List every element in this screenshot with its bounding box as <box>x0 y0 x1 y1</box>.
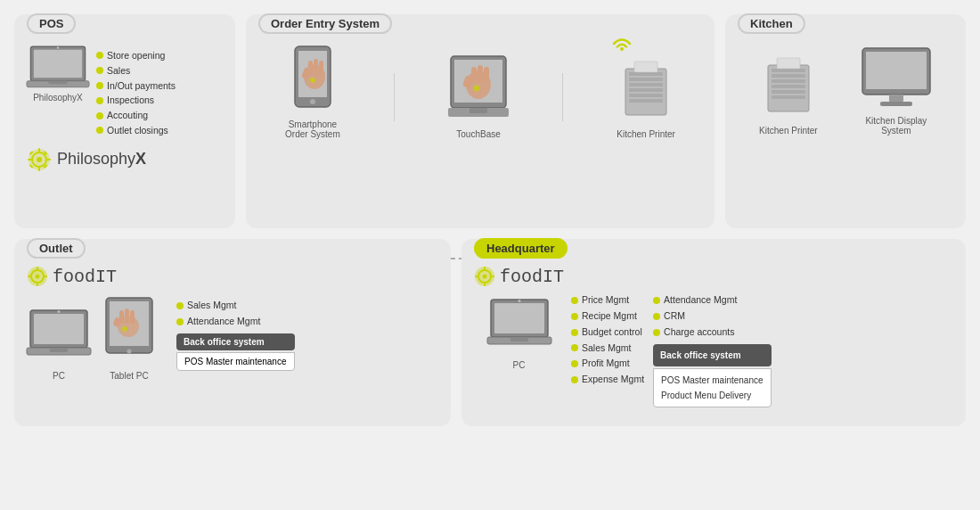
dot-icon <box>96 97 103 104</box>
svg-point-4 <box>57 46 60 49</box>
hq-recipe-mgmt: Recipe Mgmt <box>571 308 644 325</box>
svg-rect-62 <box>44 276 47 277</box>
svg-rect-80 <box>484 267 486 270</box>
svg-rect-40 <box>629 88 663 92</box>
touchbase-label: TouchBase <box>456 129 500 139</box>
svg-rect-82 <box>475 276 478 277</box>
philosophyx-icon <box>27 147 52 172</box>
svg-rect-48 <box>772 85 805 88</box>
feature-accouting: Accouting <box>96 108 176 123</box>
outlet-left: foodIT PC <box>27 266 155 381</box>
oes-devices: Smartphone Order System <box>258 46 702 148</box>
svg-rect-45 <box>772 69 805 72</box>
oes-kitchen-printer: Kitchen Printer <box>617 69 675 139</box>
svg-rect-38 <box>629 78 663 81</box>
outlet-attendance-mgmt: Attendance Mgmt <box>176 314 295 330</box>
svg-rect-37 <box>629 72 663 76</box>
svg-point-25 <box>310 78 315 83</box>
outlet-label: Outlet <box>27 238 86 259</box>
outlet-right: Sales Mgmt Attendance Mgmt Back office s… <box>176 298 295 371</box>
hq-charge-accounts: Charge accounts <box>653 325 772 341</box>
feature-store-opening: Store opening <box>96 48 176 63</box>
hq-logo: foodIT <box>474 266 564 287</box>
hq-features: Price Mgmt Recipe Mgmt Budget control Sa… <box>571 292 772 407</box>
pos-device-label: PhilosophyX <box>33 93 83 103</box>
hq-label: Headquarter <box>474 238 568 259</box>
kitchen-printer-1: Kitchen Printer <box>759 65 818 136</box>
svg-rect-11 <box>46 159 51 160</box>
divider-line <box>394 73 395 121</box>
hq-attendance-mgmt: Attendance Mgmt <box>653 292 772 308</box>
svg-rect-54 <box>889 95 903 102</box>
pos-label: POS <box>27 13 76 34</box>
oes-touchbase: TouchBase <box>448 56 509 139</box>
philosophy-logo: PhilosophyX <box>27 147 223 172</box>
hq-col2: Attendance Mgmt CRM Charge accounts Back… <box>653 292 772 407</box>
dot-icon <box>96 112 103 119</box>
dot-icon <box>571 313 578 320</box>
divider-line <box>562 73 563 121</box>
svg-rect-43 <box>634 62 657 72</box>
dot-icon <box>96 52 103 59</box>
svg-rect-60 <box>37 283 38 286</box>
svg-rect-59 <box>37 267 38 270</box>
wifi-icon <box>609 30 634 54</box>
outlet-content: foodIT PC <box>27 266 438 381</box>
svg-rect-42 <box>629 99 663 103</box>
svg-point-58 <box>36 275 40 279</box>
philosophy-text: PhilosophyX <box>57 150 146 169</box>
feature-inout: In/Out payments <box>96 78 176 94</box>
svg-rect-49 <box>772 90 805 94</box>
dot-icon <box>96 82 103 89</box>
hq-foodit-icon <box>474 266 495 287</box>
outlet-tablet-label: Tablet PC <box>110 371 148 381</box>
hq-price-mgmt: Price Mgmt <box>571 292 644 308</box>
hq-content: foodIT PC Price Mgmt Recipe M <box>474 266 953 407</box>
pos-device: PhilosophyX <box>27 45 89 138</box>
svg-rect-41 <box>629 94 663 97</box>
outlet-logo: foodIT <box>27 266 155 287</box>
dot-icon <box>176 318 184 325</box>
svg-rect-10 <box>28 159 32 160</box>
svg-rect-55 <box>880 102 912 106</box>
outlet-sales-mgmt: Sales Mgmt <box>176 298 295 314</box>
dot-icon <box>96 127 103 134</box>
hq-sales-mgmt: Sales Mgmt <box>571 341 644 357</box>
feature-sales: Sales <box>96 63 176 78</box>
hq-profit-mgmt: Profit Mgmt <box>571 356 644 372</box>
svg-point-74 <box>118 316 139 337</box>
svg-point-67 <box>58 310 61 313</box>
feature-outlet-closings: Outlet closings <box>96 123 176 138</box>
hq-logo-text: foodIT <box>500 267 564 287</box>
monitor-icon <box>861 46 932 107</box>
svg-rect-83 <box>491 276 494 277</box>
oes-smartphone: Smartphone Order System <box>285 46 340 139</box>
outlet-laptop-icon <box>27 308 91 362</box>
touchbase-icon <box>448 56 509 120</box>
dot-icon <box>571 376 578 383</box>
hq-budget-control: Budget control <box>571 325 644 341</box>
pos-content: PhilosophyX Store opening Sales In/Out p… <box>27 45 223 138</box>
dot-icon <box>571 329 578 336</box>
outlet-tablet-icon <box>103 298 155 362</box>
dot-icon <box>571 360 578 367</box>
svg-rect-30 <box>478 65 483 83</box>
hq-back-office-label: Back office system <box>653 344 772 366</box>
dot-icon <box>571 344 578 351</box>
svg-rect-81 <box>484 283 486 286</box>
feature-inspections: Inspections <box>96 93 176 108</box>
hq-laptop-icon <box>487 298 551 351</box>
kitchen-display: Kitchen Display System <box>861 46 932 136</box>
oes-kitchen-printer-label: Kitchen Printer <box>617 129 675 139</box>
svg-rect-61 <box>28 276 31 277</box>
svg-rect-39 <box>629 83 663 86</box>
svg-rect-50 <box>772 95 805 99</box>
kitchen-devices: Kitchen Printer Kitchen Display System <box>738 46 953 144</box>
svg-rect-51 <box>777 58 800 69</box>
top-row: POS PhilosophyX Store <box>14 14 966 228</box>
dot-icon <box>571 297 578 304</box>
svg-rect-66 <box>50 348 68 352</box>
svg-point-88 <box>518 300 520 302</box>
smartphone-label: Smartphone Order System <box>285 119 340 139</box>
svg-rect-3 <box>49 81 68 85</box>
